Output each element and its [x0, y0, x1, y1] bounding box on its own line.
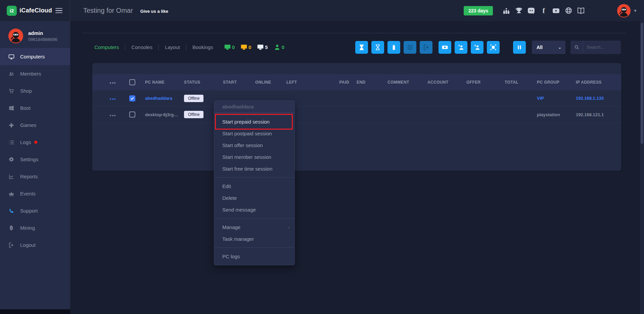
computers-table: PC NAME STATUS START ONLINE LEFT PAID EN… — [92, 74, 621, 123]
scrollbar-thumb[interactable] — [641, 23, 643, 144]
sidebar-toggle-button[interactable] — [54, 5, 64, 16]
sidebar-item-events[interactable]: Events — [0, 185, 70, 202]
crown-icon — [8, 191, 14, 197]
filter-dropdown[interactable]: All ⌄ — [532, 41, 565, 54]
session-actions-section: Start prepaid session Start postpaid ses… — [214, 113, 294, 177]
status-counters: 0 0 5 0 — [224, 44, 284, 51]
menu-item-task-manager[interactable]: Task manager — [214, 233, 294, 245]
tab-consoles[interactable]: Consoles — [125, 44, 159, 50]
gamepad-icon — [8, 122, 14, 128]
menu-item-start-prepaid-session[interactable]: Start prepaid session — [214, 116, 294, 128]
menu-item-start-member-session[interactable]: Start member session — [214, 151, 294, 163]
ip-address[interactable]: 192.168.1.135 — [576, 96, 604, 101]
list-icon — [8, 139, 14, 145]
select-all-checkbox[interactable] — [129, 79, 135, 85]
hourglass-outline-button[interactable] — [371, 41, 384, 54]
menu-item-start-postpaid-session[interactable]: Start postpaid session — [214, 128, 294, 139]
topbar: i2 iCafeCloud Testing for Omar Give us a… — [0, 0, 644, 21]
sidebar-item-logout[interactable]: Logout — [0, 236, 70, 254]
docs-book-icon[interactable] — [577, 7, 585, 15]
battery-button[interactable] — [387, 41, 400, 54]
table-header-row: PC NAME STATUS START ONLINE LEFT PAID EN… — [92, 74, 621, 90]
pc-name[interactable]: desktop-6j3rg… — [145, 112, 178, 117]
row-checkbox[interactable] — [129, 111, 135, 118]
menu-item-edit[interactable]: Edit — [214, 180, 294, 192]
sidebar-item-settings[interactable]: Settings — [0, 151, 70, 168]
add-member-plus-button[interactable] — [471, 41, 484, 54]
search-box — [570, 41, 621, 54]
ranking-icon[interactable] — [502, 7, 510, 15]
sidebar-item-games[interactable]: Games — [0, 117, 70, 134]
sidebar: admin 096184986696 Computers Members Sho… — [0, 21, 70, 314]
user-green-icon — [274, 44, 281, 51]
computers-table-card: PC NAME STATUS START ONLINE LEFT PAID EN… — [92, 63, 621, 171]
trophy-icon[interactable] — [515, 7, 523, 15]
search-input[interactable] — [583, 45, 617, 50]
admin-phone: 096184986696 — [28, 37, 57, 42]
users-icon — [8, 71, 14, 77]
hourglass-filled-button[interactable] — [355, 41, 368, 54]
phone-icon — [8, 208, 14, 214]
chevron-down-icon: ▼ — [633, 8, 637, 13]
bulk-actions-icon[interactable] — [110, 82, 116, 84]
alarm-button[interactable] — [404, 41, 416, 54]
submenu-arrow-icon: › — [288, 221, 290, 233]
context-menu-title: abedhaddara — [214, 101, 294, 113]
row-actions-icon[interactable] — [110, 98, 116, 100]
status-badge: Offline — [184, 111, 203, 118]
sidebar-item-reports[interactable]: Reports — [0, 168, 70, 185]
brand-name: iCafeCloud — [19, 7, 52, 14]
admin-username: admin — [28, 30, 57, 36]
globe-icon[interactable] — [564, 7, 572, 15]
sidebar-item-boot[interactable]: Boot — [0, 99, 70, 117]
page-scrollbar[interactable] — [640, 0, 644, 314]
add-member-star-button[interactable] — [455, 41, 467, 54]
topbar-right: 223 days f ▼ — [464, 4, 637, 17]
user-menu[interactable]: ▼ — [617, 4, 637, 17]
sidebar-item-members[interactable]: Members — [0, 65, 70, 82]
tab-bookings[interactable]: Bookings — [186, 44, 219, 50]
days-remaining-button[interactable]: 223 days — [464, 6, 493, 15]
row-checkbox[interactable] — [129, 95, 135, 101]
facebook-icon[interactable]: f — [540, 7, 548, 15]
brand-zone: i2 iCafeCloud — [0, 0, 70, 21]
logs-actions-section: PC logs — [214, 248, 294, 265]
row-actions-icon[interactable] — [110, 115, 116, 116]
pc-group-link[interactable]: VIP — [537, 96, 544, 101]
gear-icon — [8, 156, 14, 163]
session-buttons-group — [355, 41, 432, 54]
sign-out-button[interactable] — [420, 41, 432, 54]
pc-context-menu: abedhaddara Start prepaid session Start … — [214, 100, 295, 265]
sidebar-item-mining[interactable]: ฿ Mining — [0, 219, 70, 236]
sidebar-item-shop[interactable]: Shop — [0, 82, 70, 99]
counter-pcs-warning: 0 — [240, 44, 251, 51]
manage-actions-section: Manage › Task manager — [214, 218, 294, 248]
counter-pcs-in-use: 0 — [224, 44, 235, 51]
menu-item-delete[interactable]: Delete — [214, 192, 294, 204]
menu-item-pc-logs[interactable]: PC logs — [214, 251, 294, 262]
tab-layout[interactable]: Layout — [159, 44, 186, 50]
toolbar: Computers Consoles Layout Bookings 0 0 5… — [83, 33, 626, 61]
youtube-icon[interactable] — [552, 7, 560, 15]
menu-item-start-offer-session[interactable]: Start offer session — [214, 139, 294, 151]
menu-item-manage[interactable]: Manage › — [214, 221, 294, 233]
sidebar-nav: Computers Members Shop Boot Games Logs S… — [0, 48, 70, 254]
tab-computers[interactable]: Computers — [88, 44, 125, 50]
pc-group: playstation — [537, 112, 560, 117]
avatar — [617, 4, 631, 17]
sidebar-item-computers[interactable]: Computers — [0, 48, 70, 65]
sidebar-item-logs[interactable]: Logs — [0, 134, 70, 151]
status-badge: Offline — [184, 95, 203, 102]
pause-button[interactable] — [513, 41, 526, 54]
menu-item-send-message[interactable]: Send message — [214, 204, 294, 216]
discord-icon[interactable] — [527, 7, 535, 15]
pc-name-link[interactable]: abedhaddara — [145, 96, 172, 101]
cash-button[interactable] — [439, 41, 451, 54]
icafecloud-logo-icon: i2 — [7, 6, 17, 16]
main-content: Computers Consoles Layout Bookings 0 0 5… — [70, 21, 644, 314]
sidebar-item-support[interactable]: Support — [0, 202, 70, 219]
menu-item-start-free-time-session[interactable]: Start free time session — [214, 163, 294, 175]
give-us-a-like-link[interactable]: Give us a like — [140, 9, 168, 14]
view-tabs: Computers Consoles Layout Bookings — [88, 44, 219, 50]
screen-box-button[interactable] — [487, 41, 500, 54]
